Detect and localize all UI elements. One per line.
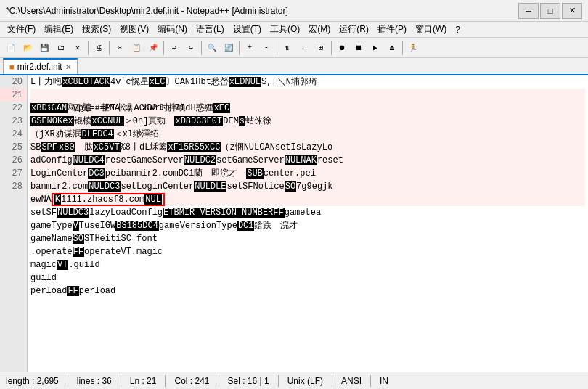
macro-play-button[interactable]: ▶ <box>367 40 383 56</box>
code-line-21i: ewNAK1111.zhaosf8.comNUL <box>30 193 585 206</box>
toolbar-separator-7 <box>331 41 332 55</box>
status-lines: lines : 36 <box>77 376 112 386</box>
code-area[interactable]: L丨力咆xC8E0TACK4v`c愰星xEC〕CAN1Hbt愁嵤xEDNUL$,… <box>28 75 588 372</box>
code-line-27: guild <box>30 271 585 284</box>
close-button[interactable]: ✕ <box>562 3 582 19</box>
close-button2[interactable]: ✕ <box>70 40 86 56</box>
status-encoding: ANSI <box>341 376 362 386</box>
maximize-button[interactable]: □ <box>540 3 560 19</box>
code-line-21g: LoginCenterDC3peibanmir2.comDC1蘭 即浣才 SUB… <box>30 167 585 180</box>
menu-bar: 文件(F) 编辑(E) 搜索(S) 视图(V) 编码(N) 语言(L) 设置(T… <box>0 22 588 38</box>
macro-record-button[interactable]: ⏺ <box>334 40 350 56</box>
line-num-25: 25 <box>0 141 27 154</box>
status-length: length : 2,695 <box>6 376 59 386</box>
status-col: Col : 241 <box>174 376 209 386</box>
tab-label: mir2.def.init <box>17 62 62 72</box>
menu-macro[interactable]: 宏(M) <box>304 22 335 37</box>
code-line-23: gameTypeVTuseIGWBS185DC4gameVersionTypeD… <box>30 219 585 232</box>
menu-run[interactable]: 运行(R) <box>335 22 373 37</box>
new-button[interactable]: 📄 <box>3 40 19 56</box>
run-button[interactable]: 🏃 <box>405 40 421 56</box>
line-numbers: 20 21 22 23 24 25 26 27 28 <box>0 75 28 372</box>
toolbar-separator-2 <box>109 41 110 55</box>
menu-plugins[interactable]: 插件(P) <box>373 22 411 37</box>
redo-button[interactable]: ↪ <box>183 40 199 56</box>
status-sep-4 <box>219 375 219 387</box>
status-line-ending: Unix (LF) <box>287 376 323 386</box>
toolbar-separator-6 <box>277 41 277 55</box>
menu-language[interactable]: 语言(L) <box>192 22 229 37</box>
line-num-26: 26 <box>0 154 27 167</box>
status-sep-7 <box>370 375 371 387</box>
tab-mir2-def-init[interactable]: ■ mir2.def.init ✕ <box>3 58 78 74</box>
code-line-28: perloadFFperload <box>30 284 585 298</box>
code-line-21e: $BSPFx80 肱xC5VT%8丨dL秌篱xF15RS5xCC（z悃NULCA… <box>30 141 585 154</box>
status-sep-3 <box>165 375 166 387</box>
status-sep-1 <box>68 375 68 387</box>
sync-scroll-button[interactable]: ⇅ <box>279 40 295 56</box>
undo-button[interactable]: ↩ <box>166 40 182 56</box>
toolbar-separator-4 <box>201 41 202 55</box>
menu-view[interactable]: 视图(V) <box>115 22 153 37</box>
code-line-21b: xBD#tn 矼贫=#=PT丨爆 xD2 ）7IdH惑狸xEC <box>30 102 585 115</box>
status-sep-6 <box>332 375 332 387</box>
line-num-27: 27 <box>0 167 27 180</box>
line-num-24: 24 <box>0 128 27 141</box>
line-num-23: 23 <box>0 115 27 128</box>
tab-close-button[interactable]: ✕ <box>65 63 71 71</box>
status-sep-5 <box>278 375 279 387</box>
open-button[interactable]: 📂 <box>20 40 36 56</box>
code-line-21c: GSENOKex锟椟xCCNUL＞0n]頁勁 xD8DC3E0TDEMs蛄侏徐 <box>30 115 585 128</box>
menu-encoding[interactable]: 编码(N) <box>153 22 192 37</box>
print-button[interactable]: 🖨 <box>91 40 107 56</box>
code-line-21d: （jXR劝谋泯DLEDC4＜xl緲澤绍 <box>30 128 585 141</box>
toolbar-separator-3 <box>163 41 164 55</box>
toolbar-separator-5 <box>239 41 240 55</box>
status-bar: length : 2,695 lines : 36 Ln : 21 Col : … <box>0 372 588 389</box>
window-controls: ─ □ ✕ <box>518 3 582 19</box>
macro-stop-button[interactable]: ⏹ <box>351 40 367 56</box>
line-num-21: 21 <box>0 89 27 102</box>
code-line-21f: adConfigNULDC4resetGameServerNULDC2setGa… <box>30 154 585 167</box>
status-sep-2 <box>121 375 121 387</box>
status-sel: Sel : 16 | 1 <box>228 376 269 386</box>
zoom-out-button[interactable]: - <box>258 40 274 56</box>
line-num-20: 20 <box>0 75 27 89</box>
paste-button[interactable]: 📌 <box>145 40 161 56</box>
save-button[interactable]: 💾 <box>36 40 52 56</box>
copy-button[interactable]: 📋 <box>128 40 144 56</box>
toolbar: 📄 📂 💾 🗂 ✕ 🖨 ✂ 📋 📌 ↩ ↪ 🔍 🔄 + - ⇅ ↵ ⊞ ⏺ ⏹ … <box>0 38 588 58</box>
menu-search[interactable]: 搜索(S) <box>78 22 115 37</box>
code-line-20: L丨力咆xC8E0TACK4v`c愰星xEC〕CAN1Hbt愁嵤xEDNUL$,… <box>30 75 585 89</box>
save-all-button[interactable]: 🗂 <box>53 40 69 56</box>
indent-guide-button[interactable]: ⊞ <box>313 40 329 56</box>
title-text: *C:\Users\Administrator\Desktop\mir2.def… <box>6 6 288 16</box>
zoom-in-button[interactable]: + <box>242 40 258 56</box>
line-num-28: 28 <box>0 180 27 193</box>
wrap-button[interactable]: ↵ <box>296 40 312 56</box>
editor[interactable]: 20 21 22 23 24 25 26 27 28 L丨力咆xC8E0TACK… <box>0 75 588 372</box>
code-line-22: setSFNULDC3lazyLoadConfigETBMIR_VERSION_… <box>30 206 585 219</box>
menu-file[interactable]: 文件(F) <box>3 22 40 37</box>
toolbar-separator-8 <box>402 41 403 55</box>
tab-bar: ■ mir2.def.init ✕ <box>0 58 588 75</box>
replace-button[interactable]: 🔄 <box>221 40 237 56</box>
menu-settings[interactable]: 设置(T) <box>229 22 266 37</box>
macro-save-button[interactable]: ⏏ <box>384 40 400 56</box>
line-num-22: 22 <box>0 102 27 115</box>
tab-icon: ■ <box>9 62 15 71</box>
menu-window[interactable]: 窗口(W) <box>411 22 451 37</box>
status-ins: IN <box>380 376 388 386</box>
toolbar-separator-1 <box>88 41 89 55</box>
status-ln: Ln : 21 <box>130 376 157 386</box>
minimize-button[interactable]: ─ <box>518 3 539 19</box>
menu-edit[interactable]: 编辑(E) <box>40 22 78 37</box>
find-button[interactable]: 🔍 <box>204 40 220 56</box>
menu-tools[interactable]: 工具(O) <box>266 22 304 37</box>
code-line-24: gameNameSOSTHeitiSC font <box>30 232 585 245</box>
code-line-21: ◄DC4CAN©yp適 整NAK（ACKWr时拌喚 <box>30 89 585 102</box>
menu-help[interactable]: ? <box>451 23 465 36</box>
code-line-25: .operateFFoperateVT.magic <box>30 245 585 258</box>
code-line-21h: banmir2.comNULDC3setLoginCenterNULDLEset… <box>30 180 585 193</box>
cut-button[interactable]: ✂ <box>112 40 128 56</box>
